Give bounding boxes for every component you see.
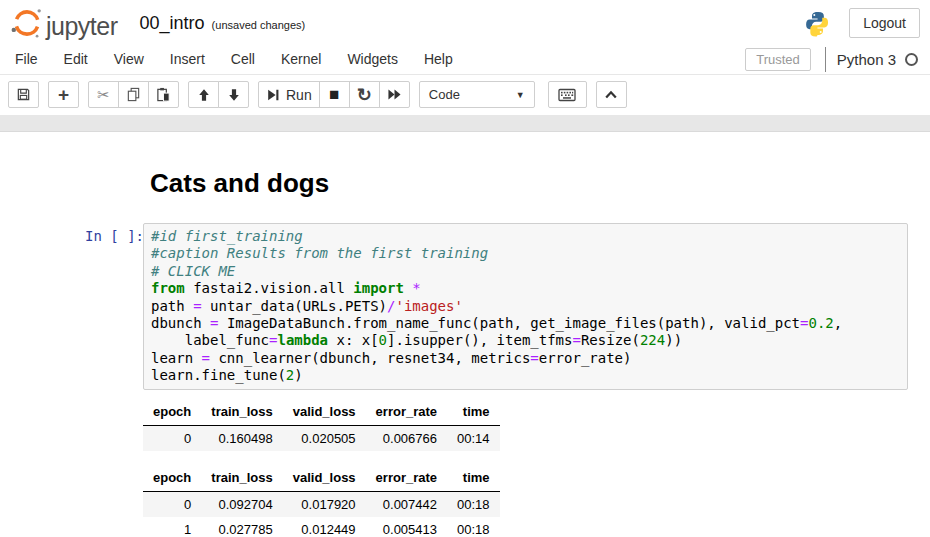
move-cell-up-button[interactable] bbox=[188, 81, 219, 108]
move-up-icon bbox=[197, 88, 211, 102]
menu-file[interactable]: File bbox=[2, 44, 51, 74]
stop-icon: ■ bbox=[329, 86, 339, 103]
code-input-area[interactable]: #id first_training#caption Results from … bbox=[143, 223, 908, 390]
paste-icon bbox=[156, 87, 171, 102]
chevron-up-icon bbox=[604, 89, 618, 100]
menu-insert[interactable]: Insert bbox=[157, 44, 218, 74]
keyboard-icon bbox=[558, 88, 576, 102]
menu-widgets[interactable]: Widgets bbox=[334, 44, 411, 74]
output-area: epochtrain_lossvalid_losserror_ratetime0… bbox=[85, 400, 908, 537]
markdown-cell[interactable]: Cats and dogs bbox=[85, 168, 908, 223]
column-header: valid_loss bbox=[283, 400, 366, 426]
jupyter-logo[interactable]: jupyter bbox=[9, 5, 118, 41]
run-button-label: Run bbox=[286, 87, 312, 103]
table-cell: 0.006766 bbox=[366, 425, 447, 451]
move-cell-down-button[interactable] bbox=[218, 81, 249, 108]
add-cell-button[interactable]: + bbox=[48, 81, 79, 108]
menu-view[interactable]: View bbox=[101, 44, 157, 74]
table-row: 00.0927040.0179200.00744200:18 bbox=[143, 491, 500, 517]
site-background bbox=[0, 116, 930, 132]
menu-items: FileEditViewInsertCellKernelWidgetsHelp bbox=[2, 44, 466, 74]
move-down-icon bbox=[227, 88, 241, 102]
menu-kernel[interactable]: Kernel bbox=[268, 44, 334, 74]
column-header: valid_loss bbox=[283, 466, 366, 492]
markdown-cell-prompt bbox=[85, 168, 143, 223]
column-header: train_loss bbox=[201, 400, 282, 426]
table-cell: 0 bbox=[143, 491, 201, 517]
restart-kernel-button[interactable]: ↻ bbox=[349, 81, 380, 108]
table-cell: 1 bbox=[143, 517, 201, 537]
code-line: #caption Results from the first training bbox=[151, 245, 900, 262]
menubar: FileEditViewInsertCellKernelWidgetsHelp … bbox=[0, 44, 930, 75]
code-line: learn = cnn_learner(dbunch, resnet34, me… bbox=[151, 350, 900, 367]
column-header: error_rate bbox=[366, 466, 447, 492]
table-cell: 0.017920 bbox=[283, 491, 366, 517]
code-line: learn.fine_tune(2) bbox=[151, 367, 900, 384]
cut-icon: ✂ bbox=[97, 87, 110, 102]
menu-cell[interactable]: Cell bbox=[218, 44, 268, 74]
code-line: #id first_training bbox=[151, 228, 900, 245]
jupyter-wordmark: jupyter bbox=[46, 12, 118, 41]
notebook-header: jupyter 00_intro (unsaved changes) Logou… bbox=[0, 0, 930, 44]
save-icon bbox=[16, 87, 31, 102]
code-line: from fastai2.vision.all import * bbox=[151, 280, 900, 297]
training-results-table: epochtrain_lossvalid_losserror_ratetime0… bbox=[143, 466, 500, 537]
paste-cell-button[interactable] bbox=[148, 81, 179, 108]
interrupt-kernel-button[interactable]: ■ bbox=[319, 81, 350, 108]
kernel-divider bbox=[825, 47, 826, 72]
code-line: # CLICK ME bbox=[151, 263, 900, 280]
cell-type-select[interactable]: Code ▼ bbox=[419, 81, 535, 108]
code-cell-prompt: In [ ]: bbox=[85, 223, 143, 390]
table-cell: 00:18 bbox=[447, 491, 500, 517]
notebook-title[interactable]: 00_intro bbox=[140, 13, 205, 34]
dropdown-caret-icon: ▼ bbox=[516, 90, 525, 100]
checkpoint-status: (unsaved changes) bbox=[212, 15, 306, 31]
toolbar: + ✂ bbox=[0, 75, 930, 116]
fast-forward-icon bbox=[387, 88, 402, 101]
column-header: time bbox=[447, 400, 500, 426]
page-title: Cats and dogs bbox=[150, 168, 908, 199]
run-icon bbox=[266, 88, 280, 102]
training-results-table: epochtrain_lossvalid_losserror_ratetime0… bbox=[143, 400, 500, 451]
cell-type-selected-value: Code bbox=[429, 87, 460, 102]
notebook-area: Cats and dogs In [ ]: #id first_training… bbox=[0, 132, 930, 537]
run-cell-button[interactable]: Run bbox=[258, 81, 320, 108]
menu-edit[interactable]: Edit bbox=[51, 44, 101, 74]
column-header: epoch bbox=[143, 400, 201, 426]
column-header: error_rate bbox=[366, 400, 447, 426]
cut-cell-button[interactable]: ✂ bbox=[88, 81, 119, 108]
python-logo-icon bbox=[804, 10, 831, 37]
menu-help[interactable]: Help bbox=[411, 44, 466, 74]
table-row: 00.1604980.0205050.00676600:14 bbox=[143, 425, 500, 451]
kernel-idle-indicator-icon bbox=[905, 53, 918, 66]
code-line: path = untar_data(URLs.PETS)/'images' bbox=[151, 298, 900, 315]
save-button[interactable] bbox=[8, 81, 39, 108]
table-cell: 0.005413 bbox=[366, 517, 447, 537]
table-cell: 0.092704 bbox=[201, 491, 282, 517]
code-line: dbunch = ImageDataBunch.from_name_func(p… bbox=[151, 315, 900, 332]
restart-icon: ↻ bbox=[357, 86, 372, 104]
trusted-badge[interactable]: Trusted bbox=[745, 48, 811, 71]
table-cell: 0.160498 bbox=[201, 425, 282, 451]
collapse-toolbar-button[interactable] bbox=[596, 81, 627, 108]
column-header: epoch bbox=[143, 466, 201, 492]
column-header: time bbox=[447, 466, 500, 492]
logout-button[interactable]: Logout bbox=[849, 8, 920, 38]
table-cell: 00:14 bbox=[447, 425, 500, 451]
command-palette-button[interactable] bbox=[548, 81, 587, 108]
add-cell-icon: + bbox=[58, 85, 69, 104]
table-cell: 0.012449 bbox=[283, 517, 366, 537]
table-cell: 00:18 bbox=[447, 517, 500, 537]
copy-icon bbox=[126, 87, 141, 102]
copy-cell-button[interactable] bbox=[118, 81, 149, 108]
table-cell: 0.020505 bbox=[283, 425, 366, 451]
table-row: 10.0277850.0124490.00541300:18 bbox=[143, 517, 500, 537]
restart-run-all-button[interactable] bbox=[379, 81, 410, 108]
table-cell: 0 bbox=[143, 425, 201, 451]
column-header: train_loss bbox=[201, 466, 282, 492]
jupyter-logo-icon bbox=[9, 5, 45, 41]
table-cell: 0.027785 bbox=[201, 517, 282, 537]
table-cell: 0.007442 bbox=[366, 491, 447, 517]
kernel-name: Python 3 bbox=[837, 51, 896, 68]
code-cell[interactable]: In [ ]: #id first_training#caption Resul… bbox=[85, 223, 908, 390]
